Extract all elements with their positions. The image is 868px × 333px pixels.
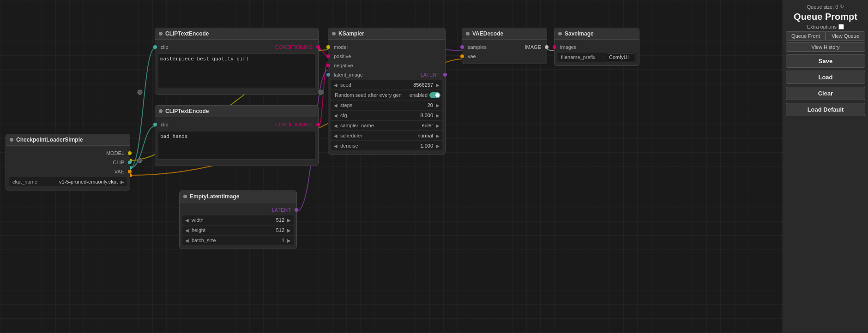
ksampler-cfg-right[interactable]: ▶ xyxy=(435,113,440,118)
ksampler-denoise-left[interactable]: ◀ xyxy=(333,143,338,149)
queue-prompt-title[interactable]: Queue Prompt xyxy=(786,12,865,22)
saveimage-dot xyxy=(558,32,562,36)
emptylatent-height-label: height xyxy=(190,227,274,233)
ksampler-steps-value: 20 xyxy=(426,102,435,108)
ksampler-toggle-circle[interactable] xyxy=(429,92,440,98)
emptylatent-latent-out-label: LATENT xyxy=(272,207,291,213)
emptylatent-batch-value: 1 xyxy=(280,238,286,243)
ksampler-random-seed-toggle[interactable]: enabled xyxy=(410,92,440,98)
emptylatent-batch-label: batch_size xyxy=(190,238,280,243)
checkpoint-vae-label: VAE xyxy=(115,169,124,174)
ksampler-negative-port xyxy=(326,64,330,67)
tab-view-queue[interactable]: View Queue xyxy=(826,31,865,41)
load-default-button[interactable]: Load Default xyxy=(786,103,865,116)
clip1-out-port xyxy=(316,45,320,49)
clip1-text[interactable]: masterpiece best quality girl xyxy=(158,54,315,88)
ksampler-sampler-label: sampler_name xyxy=(338,123,420,128)
extra-options-row: Extra options xyxy=(786,24,865,30)
checkpoint-clip-label: CLIP xyxy=(113,160,124,165)
emptylatent-width-row: ◀ width 512 ▶ xyxy=(182,215,294,225)
clear-button[interactable]: Clear xyxy=(786,87,865,100)
queue-size-display: Queue size: 0 ↻ xyxy=(786,4,865,10)
vaedecode-samples-port xyxy=(460,45,464,49)
ksampler-scheduler-label: scheduler xyxy=(338,133,416,138)
svg-point-4 xyxy=(138,158,142,163)
ksampler-header: KSampler xyxy=(328,28,445,40)
ksampler-random-seed-row: Random seed after every gen enabled xyxy=(331,90,442,100)
checkpoint-ckpt-value: v1-5-pruned-emaonly.ckpt xyxy=(57,179,120,184)
svg-point-5 xyxy=(138,90,142,95)
clip2-text[interactable]: bad hands xyxy=(158,131,315,160)
emptylatent-width-left[interactable]: ◀ xyxy=(184,218,190,223)
checkpoint-ckpt-arrow[interactable]: ▶ xyxy=(120,179,125,184)
ksampler-latent-in-port xyxy=(326,73,330,77)
ksampler-steps-label: steps xyxy=(338,102,426,108)
emptylatent-height-value: 512 xyxy=(274,227,286,233)
ksampler-positive-port xyxy=(326,54,330,58)
ksampler-steps-left[interactable]: ◀ xyxy=(333,103,338,108)
ksampler-seed-label: seed xyxy=(338,82,411,88)
vaedecode-image-port xyxy=(545,45,549,49)
ksampler-dot xyxy=(332,32,336,36)
clip1-node: CLIPTextEncode clip CONDITIONING masterp… xyxy=(155,28,319,95)
save-button[interactable]: Save xyxy=(786,54,865,68)
checkpoint-vae-port xyxy=(128,170,132,173)
extra-options-checkbox[interactable] xyxy=(838,24,844,30)
ksampler-sampler-value: euler xyxy=(420,123,435,128)
emptylatent-batch-right[interactable]: ▶ xyxy=(286,238,292,243)
load-button[interactable]: Load xyxy=(786,71,865,84)
ksampler-cfg-value: 8.000 xyxy=(418,113,435,118)
checkpoint-clip-port xyxy=(128,161,132,164)
checkpoint-ckpt-row: ckpt_name v1-5-pruned-emaonly.ckpt ▶ xyxy=(9,177,127,186)
svg-point-6 xyxy=(319,90,323,95)
emptylatent-width-right[interactable]: ▶ xyxy=(286,218,292,223)
vaedecode-vae-port xyxy=(460,54,464,58)
ksampler-seed-value: 8566257 xyxy=(411,82,435,88)
checkpoint-model-port xyxy=(128,151,132,155)
right-panel: Queue size: 0 ↻ Queue Prompt Extra optio… xyxy=(783,0,868,333)
ksampler-denoise-right[interactable]: ▶ xyxy=(435,143,440,149)
ksampler-negative-label: negative xyxy=(334,63,353,68)
ksampler-cfg-left[interactable]: ◀ xyxy=(333,113,338,118)
emptylatent-height-right[interactable]: ▶ xyxy=(286,228,292,233)
ksampler-seed-row: ◀ seed 8566257 ▶ xyxy=(331,80,442,89)
saveimage-filename-input[interactable] xyxy=(607,53,634,61)
panel-tabs: Queue Front View Queue xyxy=(786,31,865,41)
ksampler-denoise-value: 1.000 xyxy=(418,143,435,149)
emptylatent-batch-row: ◀ batch_size 1 ▶ xyxy=(182,236,294,245)
saveimage-images-port xyxy=(553,45,556,49)
saveimage-title: SaveImage xyxy=(565,30,594,37)
ksampler-sampler-row: ◀ sampler_name euler ▶ xyxy=(331,121,442,130)
view-history-button[interactable]: View History xyxy=(786,42,865,52)
saveimage-filename-label: filename_prefix xyxy=(559,54,607,60)
ksampler-scheduler-row: ◀ scheduler normal ▶ xyxy=(331,131,442,140)
checkpoint-ckpt-label: ckpt_name xyxy=(11,179,57,184)
ksampler-sampler-right[interactable]: ▶ xyxy=(435,123,440,128)
checkpoint-loader-node: CheckpointLoaderSimple MODEL CLIP VAE ck… xyxy=(6,134,130,190)
tab-queue-front[interactable]: Queue Front xyxy=(786,31,826,41)
ksampler-steps-row: ◀ steps 20 ▶ xyxy=(331,101,442,110)
ksampler-denoise-row: ◀ denoise 1.000 ▶ xyxy=(331,141,442,150)
clip2-out-label: CONDITIONING xyxy=(275,122,318,127)
extra-options-label: Extra options xyxy=(807,24,837,30)
ksampler-scheduler-left[interactable]: ◀ xyxy=(333,133,338,138)
ksampler-node: KSampler model positive negative latent_… xyxy=(328,28,446,155)
emptylatent-header: EmptyLatentImage xyxy=(180,191,296,202)
ksampler-seed-left[interactable]: ◀ xyxy=(333,83,338,88)
ksampler-sampler-left[interactable]: ◀ xyxy=(333,123,338,128)
emptylatent-height-left[interactable]: ◀ xyxy=(184,228,190,233)
ksampler-denoise-label: denoise xyxy=(338,143,418,149)
clip2-in-label: clip xyxy=(155,122,169,127)
emptylatent-width-label: width xyxy=(190,217,274,223)
emptylatent-title: EmptyLatentImage xyxy=(190,193,239,200)
saveimage-images-label: images xyxy=(560,44,576,50)
ksampler-latent-out-label: LATENT xyxy=(421,72,440,77)
ksampler-steps-right[interactable]: ▶ xyxy=(435,103,440,108)
refresh-icon[interactable]: ↻ xyxy=(840,4,844,10)
ksampler-scheduler-right[interactable]: ▶ xyxy=(435,133,440,138)
clip1-title: CLIPTextEncode xyxy=(165,30,209,37)
ksampler-positive-label: positive xyxy=(334,54,351,59)
checkpoint-loader-header: CheckpointLoaderSimple xyxy=(6,134,130,146)
emptylatent-batch-left[interactable]: ◀ xyxy=(184,238,190,243)
ksampler-seed-right[interactable]: ▶ xyxy=(435,83,440,88)
